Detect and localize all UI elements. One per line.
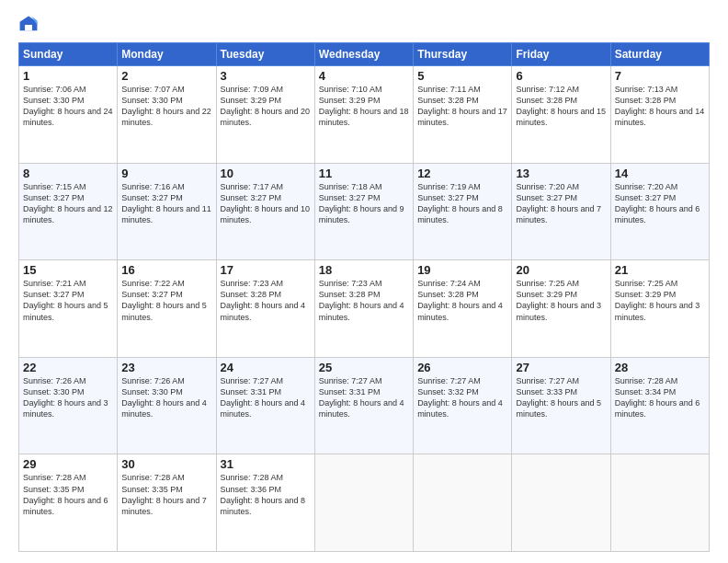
calendar-week-1: 1Sunrise: 7:06 AMSunset: 3:30 PMDaylight… — [19, 66, 710, 164]
cell-info: Sunrise: 7:27 AMSunset: 3:32 PMDaylight:… — [417, 376, 503, 419]
calendar-cell: 1Sunrise: 7:06 AMSunset: 3:30 PMDaylight… — [19, 66, 118, 164]
calendar-cell: 27Sunrise: 7:27 AMSunset: 3:33 PMDayligh… — [512, 357, 610, 454]
day-number: 16 — [121, 263, 211, 277]
day-number: 28 — [615, 361, 705, 374]
calendar-cell: 9Sunrise: 7:16 AMSunset: 3:27 PMDaylight… — [118, 163, 216, 260]
cell-info: Sunrise: 7:10 AMSunset: 3:29 PMDaylight:… — [319, 85, 409, 127]
calendar-cell — [610, 454, 709, 552]
day-number: 11 — [319, 167, 409, 180]
day-number: 6 — [516, 69, 606, 83]
day-number: 5 — [417, 69, 507, 83]
calendar-week-5: 29Sunrise: 7:28 AMSunset: 3:35 PMDayligh… — [19, 454, 710, 552]
calendar-cell: 31Sunrise: 7:28 AMSunset: 3:36 PMDayligh… — [216, 454, 314, 552]
day-header-saturday: Saturday — [610, 43, 709, 66]
day-header-friday: Friday — [512, 43, 610, 66]
day-header-sunday: Sunday — [19, 43, 118, 66]
calendar-cell: 7Sunrise: 7:13 AMSunset: 3:28 PMDaylight… — [610, 66, 709, 164]
cell-info: Sunrise: 7:12 AMSunset: 3:28 PMDaylight:… — [516, 85, 606, 127]
logo — [18, 15, 42, 35]
day-number: 27 — [516, 361, 606, 374]
calendar-cell: 2Sunrise: 7:07 AMSunset: 3:30 PMDaylight… — [118, 66, 216, 164]
day-number: 18 — [319, 263, 409, 277]
day-number: 29 — [23, 457, 113, 471]
cell-info: Sunrise: 7:23 AMSunset: 3:28 PMDaylight:… — [221, 279, 306, 321]
day-number: 20 — [516, 263, 606, 277]
day-header-thursday: Thursday — [414, 43, 512, 66]
cell-info: Sunrise: 7:27 AMSunset: 3:31 PMDaylight:… — [319, 376, 404, 419]
calendar-week-2: 8Sunrise: 7:15 AMSunset: 3:27 PMDaylight… — [19, 163, 710, 260]
calendar-cell: 26Sunrise: 7:27 AMSunset: 3:32 PMDayligh… — [414, 357, 512, 454]
cell-info: Sunrise: 7:19 AMSunset: 3:27 PMDaylight:… — [417, 182, 503, 224]
calendar-cell — [414, 454, 512, 552]
day-number: 1 — [23, 69, 113, 83]
calendar-cell: 16Sunrise: 7:22 AMSunset: 3:27 PMDayligh… — [118, 260, 216, 358]
calendar-week-4: 22Sunrise: 7:26 AMSunset: 3:30 PMDayligh… — [19, 357, 710, 454]
svg-rect-2 — [25, 25, 32, 30]
day-number: 10 — [221, 167, 311, 180]
cell-info: Sunrise: 7:22 AMSunset: 3:27 PMDaylight:… — [121, 279, 207, 321]
cell-info: Sunrise: 7:09 AMSunset: 3:29 PMDaylight:… — [221, 85, 311, 127]
logo-icon — [18, 15, 39, 35]
calendar-cell — [314, 454, 413, 552]
page: SundayMondayTuesdayWednesdayThursdayFrid… — [0, 0, 728, 563]
cell-info: Sunrise: 7:27 AMSunset: 3:33 PMDaylight:… — [516, 376, 601, 419]
day-number: 12 — [417, 167, 507, 180]
cell-info: Sunrise: 7:15 AMSunset: 3:27 PMDaylight:… — [23, 182, 113, 224]
day-number: 26 — [417, 361, 507, 374]
day-number: 14 — [615, 167, 705, 180]
calendar-cell: 6Sunrise: 7:12 AMSunset: 3:28 PMDaylight… — [512, 66, 610, 164]
calendar-cell: 21Sunrise: 7:25 AMSunset: 3:29 PMDayligh… — [610, 260, 709, 358]
calendar-table: SundayMondayTuesdayWednesdayThursdayFrid… — [18, 42, 710, 552]
cell-info: Sunrise: 7:18 AMSunset: 3:27 PMDaylight:… — [319, 182, 404, 224]
cell-info: Sunrise: 7:13 AMSunset: 3:28 PMDaylight:… — [615, 85, 705, 127]
header — [18, 15, 710, 35]
day-number: 25 — [319, 361, 409, 374]
day-number: 31 — [221, 457, 311, 471]
calendar-cell: 29Sunrise: 7:28 AMSunset: 3:35 PMDayligh… — [19, 454, 118, 552]
cell-info: Sunrise: 7:25 AMSunset: 3:29 PMDaylight:… — [516, 279, 601, 321]
day-header-wednesday: Wednesday — [314, 43, 413, 66]
cell-info: Sunrise: 7:26 AMSunset: 3:30 PMDaylight:… — [23, 376, 108, 419]
day-number: 3 — [221, 69, 311, 83]
cell-info: Sunrise: 7:11 AMSunset: 3:28 PMDaylight:… — [417, 85, 507, 127]
cell-info: Sunrise: 7:25 AMSunset: 3:29 PMDaylight:… — [615, 279, 700, 321]
cell-info: Sunrise: 7:21 AMSunset: 3:27 PMDaylight:… — [23, 279, 108, 321]
day-number: 19 — [417, 263, 507, 277]
calendar-cell: 25Sunrise: 7:27 AMSunset: 3:31 PMDayligh… — [314, 357, 413, 454]
day-header-tuesday: Tuesday — [216, 43, 314, 66]
cell-info: Sunrise: 7:07 AMSunset: 3:30 PMDaylight:… — [121, 85, 211, 127]
calendar-week-3: 15Sunrise: 7:21 AMSunset: 3:27 PMDayligh… — [19, 260, 710, 358]
calendar-cell: 15Sunrise: 7:21 AMSunset: 3:27 PMDayligh… — [19, 260, 118, 358]
calendar-header-row: SundayMondayTuesdayWednesdayThursdayFrid… — [19, 43, 710, 66]
calendar-cell: 10Sunrise: 7:17 AMSunset: 3:27 PMDayligh… — [216, 163, 314, 260]
calendar-cell: 4Sunrise: 7:10 AMSunset: 3:29 PMDaylight… — [314, 66, 413, 164]
calendar-cell: 3Sunrise: 7:09 AMSunset: 3:29 PMDaylight… — [216, 66, 314, 164]
cell-info: Sunrise: 7:28 AMSunset: 3:35 PMDaylight:… — [121, 473, 207, 515]
cell-info: Sunrise: 7:20 AMSunset: 3:27 PMDaylight:… — [615, 182, 700, 224]
day-header-monday: Monday — [118, 43, 216, 66]
cell-info: Sunrise: 7:20 AMSunset: 3:27 PMDaylight:… — [516, 182, 601, 224]
calendar-cell: 8Sunrise: 7:15 AMSunset: 3:27 PMDaylight… — [19, 163, 118, 260]
calendar-cell: 20Sunrise: 7:25 AMSunset: 3:29 PMDayligh… — [512, 260, 610, 358]
cell-info: Sunrise: 7:28 AMSunset: 3:36 PMDaylight:… — [221, 473, 306, 515]
cell-info: Sunrise: 7:28 AMSunset: 3:35 PMDaylight:… — [23, 473, 108, 515]
day-number: 2 — [121, 69, 211, 83]
day-number: 23 — [121, 361, 211, 374]
calendar-cell: 14Sunrise: 7:20 AMSunset: 3:27 PMDayligh… — [610, 163, 709, 260]
day-number: 24 — [221, 361, 311, 374]
calendar-cell: 13Sunrise: 7:20 AMSunset: 3:27 PMDayligh… — [512, 163, 610, 260]
cell-info: Sunrise: 7:17 AMSunset: 3:27 PMDaylight:… — [221, 182, 311, 224]
day-number: 9 — [121, 167, 211, 180]
day-number: 30 — [121, 457, 211, 471]
cell-info: Sunrise: 7:28 AMSunset: 3:34 PMDaylight:… — [615, 376, 700, 419]
cell-info: Sunrise: 7:16 AMSunset: 3:27 PMDaylight:… — [121, 182, 211, 224]
day-number: 4 — [319, 69, 409, 83]
calendar-cell: 18Sunrise: 7:23 AMSunset: 3:28 PMDayligh… — [314, 260, 413, 358]
day-number: 17 — [221, 263, 311, 277]
day-number: 21 — [615, 263, 705, 277]
calendar-cell: 19Sunrise: 7:24 AMSunset: 3:28 PMDayligh… — [414, 260, 512, 358]
day-number: 15 — [23, 263, 113, 277]
day-number: 13 — [516, 167, 606, 180]
calendar-cell: 28Sunrise: 7:28 AMSunset: 3:34 PMDayligh… — [610, 357, 709, 454]
calendar-cell: 12Sunrise: 7:19 AMSunset: 3:27 PMDayligh… — [414, 163, 512, 260]
